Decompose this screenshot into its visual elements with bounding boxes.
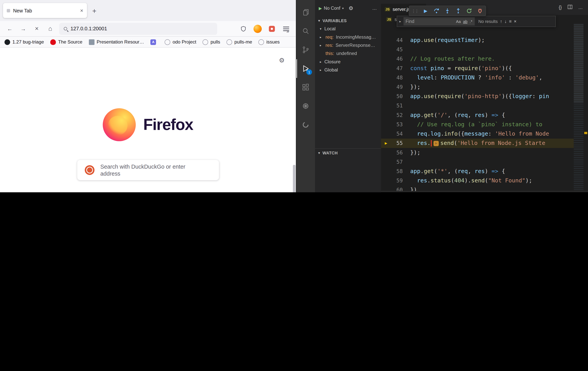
split-editor-icon[interactable]: [568, 5, 572, 9]
menu-icon[interactable]: [280, 23, 292, 34]
line-gutter[interactable]: 55: [381, 139, 410, 148]
forward-button[interactable]: [17, 23, 29, 34]
url-bar[interactable]: 127.0.0.1:20001: [59, 23, 217, 35]
variable-row[interactable]: ▾ Local: [315, 25, 381, 33]
line-gutter[interactable]: 59: [381, 176, 410, 185]
close-find-icon[interactable]: [514, 19, 517, 24]
bookmark-item[interactable]: issues: [259, 39, 280, 45]
line-gutter[interactable]: 46: [381, 54, 410, 64]
disconnect-icon[interactable]: [477, 8, 483, 14]
previous-match-icon[interactable]: [500, 19, 502, 24]
customize-layout-icon[interactable]: [559, 5, 562, 10]
chevron-down-icon[interactable]: [342, 7, 344, 10]
restart-icon[interactable]: [466, 8, 472, 14]
bookmark-item[interactable]: pulls-me: [227, 39, 252, 45]
code-text[interactable]: level: PRODUCTION ? 'info' : 'debug',: [410, 73, 542, 82]
next-match-icon[interactable]: [504, 19, 507, 24]
code-text[interactable]: });: [410, 148, 420, 157]
line-gutter[interactable]: 45: [381, 45, 410, 54]
code-editor[interactable]: 44 app.use(requestTimer); 45 46: [381, 24, 574, 191]
step-into-icon[interactable]: [444, 8, 451, 14]
code-line[interactable]: 54 req.log.info({message: 'Hello from No…: [381, 129, 574, 139]
more-actions-icon[interactable]: [578, 5, 583, 10]
bookmarks-overflow-chevron[interactable]: [286, 29, 289, 34]
line-gutter[interactable]: 51: [381, 101, 410, 110]
code-line[interactable]: 60 }): [381, 185, 574, 191]
home-button[interactable]: [44, 23, 56, 34]
search-bar[interactable]: Search with DuckDuckGo or enter address: [77, 160, 219, 180]
line-gutter[interactable]: 49: [381, 82, 410, 92]
code-line[interactable]: 57: [381, 157, 574, 167]
code-line[interactable]: 46 // Log routes after here.: [381, 54, 574, 64]
step-out-icon[interactable]: [455, 8, 462, 14]
line-gutter[interactable]: 53: [381, 120, 410, 129]
browser-scrollbar[interactable]: [293, 165, 295, 192]
bookmark-item[interactable]: odo Project: [165, 39, 196, 45]
code-text[interactable]: }): [410, 185, 417, 191]
debug-settings-gear-icon[interactable]: [349, 5, 353, 11]
bookmark-item[interactable]: The Source: [50, 39, 83, 45]
explorer-icon[interactable]: [296, 3, 315, 21]
openshift-icon[interactable]: [296, 115, 315, 134]
code-line[interactable]: 49 });: [381, 82, 574, 92]
bookmark-item[interactable]: pulls: [203, 39, 220, 45]
code-line[interactable]: 48 level: PRODUCTION ? 'info' : 'debug',: [381, 73, 574, 82]
code-line[interactable]: 59 res.status(404).send("Not Found");: [381, 176, 574, 185]
code-line[interactable]: 58 app.get('*', (req, res) => {: [381, 167, 574, 176]
code-line[interactable]: 55 res.send('Hello from Node.js Starte: [381, 139, 574, 148]
line-gutter[interactable]: 56: [381, 148, 410, 157]
code-text[interactable]: // Log routes after here.: [410, 54, 495, 64]
more-actions-icon[interactable]: [372, 6, 377, 11]
code-text[interactable]: });: [410, 82, 420, 92]
extensions-icon[interactable]: [296, 78, 315, 97]
find-input[interactable]: Find Aa ab .*: [403, 17, 474, 25]
stop-button[interactable]: [31, 23, 43, 34]
debug-config-dropdown[interactable]: No Conf: [324, 6, 340, 11]
minimap-slider[interactable]: [574, 24, 584, 102]
bookmark-item[interactable]: A: [150, 39, 158, 45]
find-in-selection-icon[interactable]: [509, 19, 512, 24]
whole-word-toggle[interactable]: ab: [463, 19, 467, 23]
tab-close-icon[interactable]: [80, 8, 83, 14]
newtab-settings-gear-icon[interactable]: [279, 57, 284, 64]
regex-toggle[interactable]: .*: [470, 19, 472, 23]
code-line[interactable]: 45: [381, 45, 574, 54]
source-control-icon[interactable]: [296, 40, 315, 59]
code-line[interactable]: 50 app.use(require('pino-http')({logger:…: [381, 92, 574, 101]
variable-row[interactable]: ▸ res: ServerResponse…: [315, 41, 381, 49]
code-text[interactable]: app.get('*', (req, res) => {: [410, 167, 505, 176]
code-line[interactable]: 51: [381, 101, 574, 110]
step-over-icon[interactable]: [433, 8, 440, 14]
browser-tab[interactable]: New Tab: [3, 3, 87, 18]
code-line[interactable]: 44 app.use(requestTimer);: [381, 36, 574, 45]
line-gutter[interactable]: 57: [381, 157, 410, 167]
line-gutter[interactable]: 54: [381, 129, 410, 139]
code-text[interactable]: // Use req.log (a `pino` instance) to: [410, 120, 546, 129]
start-debug-icon[interactable]: [319, 6, 322, 11]
bookmark-item[interactable]: 1.27 bug-triage: [4, 39, 44, 45]
code-text[interactable]: req.log.info({message: 'Hello from Node: [410, 129, 549, 139]
variable-row[interactable]: ▸ req: IncomingMessag…: [315, 33, 381, 41]
variable-row[interactable]: ▸ Closure: [315, 58, 381, 66]
back-button[interactable]: [4, 23, 16, 34]
extension-icon[interactable]: [266, 23, 278, 34]
code-text[interactable]: app.use(requestTimer);: [410, 36, 485, 45]
run-and-debug-icon[interactable]: 1: [296, 59, 315, 78]
new-tab-button[interactable]: [92, 7, 96, 15]
line-gutter[interactable]: 58: [381, 167, 410, 176]
kubernetes-icon[interactable]: [296, 97, 315, 115]
code-text[interactable]: res.send('Hello from Node.js Starte: [410, 139, 546, 148]
line-gutter[interactable]: 50: [381, 92, 410, 101]
variables-section-header[interactable]: VARIABLES: [315, 17, 381, 25]
code-line[interactable]: 56 });: [381, 148, 574, 157]
line-gutter[interactable]: 52: [381, 110, 410, 120]
line-gutter[interactable]: 47: [381, 64, 410, 73]
drag-handle-icon[interactable]: [411, 8, 418, 13]
code-text[interactable]: res.status(404).send("Not Found");: [410, 176, 532, 185]
code-line[interactable]: 52 app.get('/', (req, res) => {: [381, 110, 574, 120]
line-gutter[interactable]: 60: [381, 185, 410, 191]
variable-row[interactable]: this: undefined: [315, 50, 381, 58]
line-gutter[interactable]: 48: [381, 73, 410, 82]
search-icon[interactable]: [296, 22, 315, 40]
profile-avatar[interactable]: [252, 23, 264, 34]
